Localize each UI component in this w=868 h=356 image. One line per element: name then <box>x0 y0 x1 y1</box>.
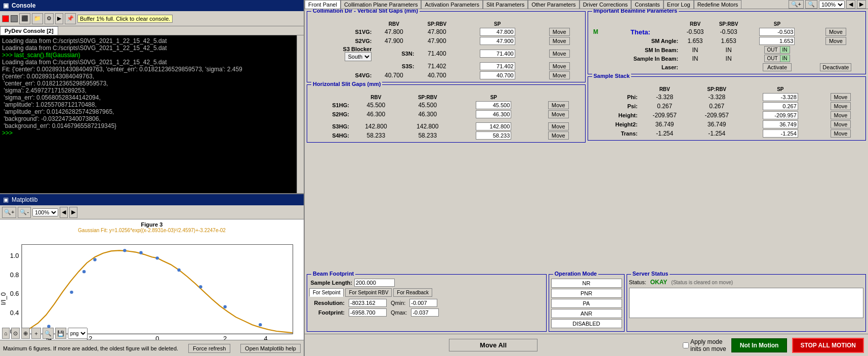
qmax-input[interactable] <box>411 308 439 317</box>
zoom-select[interactable]: 100% <box>32 208 58 216</box>
s3n-move-btn[interactable]: Move <box>549 50 570 58</box>
psi-sp-input[interactable] <box>763 102 798 110</box>
zoom-in-right-btn[interactable]: 🔍+ <box>789 0 804 9</box>
pa-btn[interactable]: PA <box>551 299 622 308</box>
trans-move-btn[interactable]: Move <box>831 129 851 138</box>
s3s-sp-input[interactable] <box>480 62 515 70</box>
s4vg-sp-input[interactable] <box>480 71 515 79</box>
height-sp-input[interactable] <box>763 111 798 119</box>
height2-move-btn[interactable]: Move <box>831 120 851 128</box>
back-btn[interactable]: ⊙ <box>11 328 20 339</box>
move-all-btn[interactable]: Move All <box>449 339 538 351</box>
laser-activate-btn[interactable]: Activate <box>763 63 792 71</box>
trans-sp-input[interactable] <box>763 129 798 138</box>
arrow-right-btn[interactable]: ▶ <box>857 0 866 9</box>
home-btn[interactable]: ⌂ <box>2 328 10 339</box>
open-btn[interactable]: 📁 <box>32 13 43 24</box>
tab-redefine[interactable]: Redefine Motors <box>694 0 742 9</box>
buffer-label[interactable]: Buffer 1% full. Click to clear console. <box>77 15 173 23</box>
s4vg-move-btn[interactable]: Move <box>549 71 570 79</box>
open-matplotlib-help-btn[interactable]: Open Matplotlib help <box>240 344 301 353</box>
s1hg-move-btn[interactable]: Move <box>548 101 569 109</box>
s1hg-sp-input[interactable] <box>476 101 511 109</box>
sm-angle-move-btn[interactable]: Move <box>825 37 846 45</box>
pin-btn[interactable]: 📌 <box>65 13 76 24</box>
s3hg-sp-input[interactable] <box>476 122 511 130</box>
pnr-btn[interactable]: PNR <box>551 289 622 298</box>
phi-sp-input[interactable] <box>763 93 798 101</box>
tab-front-panel[interactable]: Front Panel <box>305 0 341 9</box>
not-in-motion-btn[interactable]: Not In Motion <box>731 338 788 352</box>
arrow-left-btn[interactable]: ◀ <box>846 0 855 9</box>
sm-in-beam-toggle[interactable]: OUT IN <box>764 46 790 54</box>
apply-mode-checkbox[interactable] <box>683 342 689 348</box>
tab-error-log[interactable]: Error Log <box>664 0 694 9</box>
fwd-btn[interactable]: ⊕ <box>21 328 30 339</box>
anr-btn[interactable]: ANR <box>551 309 622 318</box>
s2vg-move-btn[interactable]: Move <box>549 37 570 45</box>
mag-btn[interactable]: 🔍 <box>43 328 54 339</box>
pan-right-btn[interactable]: ▶ <box>69 207 77 218</box>
nr-btn[interactable]: NR <box>551 279 622 288</box>
sample-out-btn[interactable]: OUT <box>765 55 780 62</box>
laser-deactivate-btn[interactable]: Deactivate <box>820 63 851 71</box>
for-readback-tab[interactable]: For Readback <box>393 288 432 297</box>
footprint-input[interactable] <box>349 308 387 317</box>
settings-btn[interactable]: ⚙ <box>45 13 54 24</box>
stop-icon[interactable] <box>2 15 9 22</box>
tab-slit[interactable]: Slit Parameters <box>483 0 528 9</box>
zoom-level-select[interactable]: 100% <box>819 1 845 9</box>
s2hg-move-btn[interactable]: Move <box>548 110 569 118</box>
stop-all-motion-btn[interactable]: STOP ALL MOTION <box>792 338 864 353</box>
sample-in-beam-toggle[interactable]: OUT IN <box>764 55 790 62</box>
tab-constants[interactable]: Constants <box>631 0 664 9</box>
format-select[interactable]: png <box>68 328 88 339</box>
plus-btn[interactable]: ＋ <box>31 328 41 339</box>
console-line-9: 'amplitude': 1.0255708712170488, <box>2 101 302 108</box>
svg-point-14 <box>82 270 86 273</box>
sm-angle-sp-input[interactable] <box>759 37 795 45</box>
s3-blocker-select[interactable]: South North <box>345 52 371 61</box>
theta-sp-input[interactable] <box>759 28 795 36</box>
pause-icon[interactable] <box>11 15 18 22</box>
tab-collimation[interactable]: Collimation Plane Parameters <box>341 0 422 9</box>
pydev-tab[interactable]: PyDev Console [2] <box>0 26 58 35</box>
sm-out-btn[interactable]: OUT <box>765 47 780 53</box>
height2-sp-input[interactable] <box>763 120 798 128</box>
new-btn[interactable]: ⬛ <box>19 13 30 24</box>
save-btn[interactable]: 💾 <box>55 328 66 339</box>
s4hg-move-btn[interactable]: Move <box>548 131 569 140</box>
s2vg-sp-input[interactable] <box>480 37 515 45</box>
resolution-input[interactable] <box>349 299 387 307</box>
force-refresh-btn[interactable]: Force refresh <box>188 344 230 353</box>
tab-other[interactable]: Other Parameters <box>528 0 579 9</box>
console-scrollbar[interactable] <box>297 35 304 193</box>
sample-in-btn[interactable]: IN <box>780 55 790 62</box>
psi-move-btn[interactable]: Move <box>831 102 851 110</box>
pan-left-btn[interactable]: ◀ <box>60 207 68 218</box>
for-setpoint-rbv-tab[interactable]: For Setpoint RBV <box>345 288 392 297</box>
s2hg-sp-input[interactable] <box>476 110 511 118</box>
arrow-btn[interactable]: ▶ <box>55 13 63 24</box>
tab-activation[interactable]: Activation Parameters <box>421 0 483 9</box>
s1vg-sp-input[interactable] <box>480 28 515 36</box>
zoom-reset-btn[interactable]: 🔍 <box>805 0 817 9</box>
sample-length-input[interactable] <box>354 279 395 287</box>
console-line-13: >>> <box>2 129 302 137</box>
tab-driver[interactable]: Driver Corrections <box>580 0 632 9</box>
s4hg-sp-input[interactable] <box>476 131 511 140</box>
coll-row-s4vg: S4VG: 40.700 40.700 Move <box>309 71 583 80</box>
theta-move-btn[interactable]: Move <box>825 28 846 36</box>
disabled-btn[interactable]: DISABLED <box>551 319 622 328</box>
sm-in-btn[interactable]: IN <box>780 47 790 53</box>
for-setpoint-tab[interactable]: For Setpoint <box>309 288 344 297</box>
zoom-in-btn[interactable]: 🔍+ <box>2 207 16 218</box>
s1vg-move-btn[interactable]: Move <box>549 28 570 36</box>
phi-move-btn[interactable]: Move <box>831 93 851 101</box>
height-move-btn[interactable]: Move <box>831 111 851 119</box>
s3n-sp-input[interactable] <box>480 50 515 58</box>
s3hg-move-btn[interactable]: Move <box>548 122 569 130</box>
zoom-out-btn[interactable]: 🔍- <box>18 207 31 218</box>
s3s-move-btn[interactable]: Move <box>549 62 570 70</box>
qmin-input[interactable] <box>409 299 437 307</box>
